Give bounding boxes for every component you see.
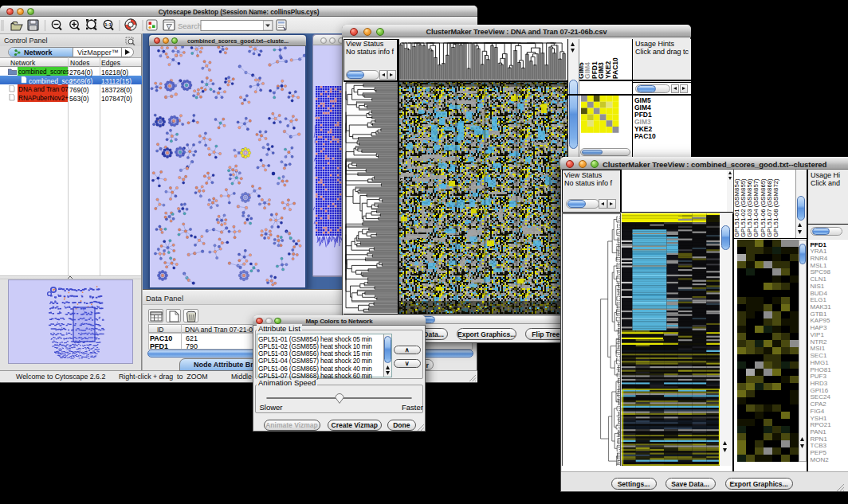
svg-text:1:1: 1:1 [104,22,112,27]
svg-text:GPL51-08 (GSM872): GPL51-08 (GSM872) [772,178,779,237]
svg-text:Search:: Search: [178,21,204,30]
svg-text:PAC10: PAC10 [611,57,619,78]
